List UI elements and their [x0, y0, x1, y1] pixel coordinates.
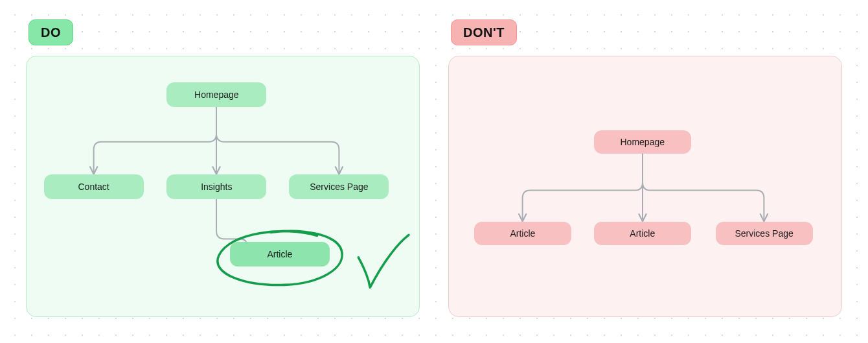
- node-services: Services Page: [289, 174, 389, 199]
- dont-connectors: [449, 56, 841, 316]
- node-homepage: Homepage: [166, 82, 266, 107]
- node-services: Services Page: [716, 222, 813, 245]
- dont-panel: Homepage Article Article Services Page: [448, 56, 842, 317]
- node-article-1: Article: [474, 222, 571, 245]
- node-article-2: Article: [594, 222, 691, 245]
- do-column: DO: [26, 19, 420, 317]
- node-article: Article: [230, 242, 330, 266]
- node-homepage: Homepage: [594, 130, 691, 154]
- node-contact: Contact: [44, 174, 144, 199]
- dont-badge: DON'T: [451, 19, 517, 45]
- do-panel: Homepage Contact Insights Services Page …: [26, 56, 420, 317]
- dont-column: DON'T Homepage: [448, 19, 842, 317]
- node-insights: Insights: [166, 174, 266, 199]
- do-badge: DO: [29, 19, 73, 45]
